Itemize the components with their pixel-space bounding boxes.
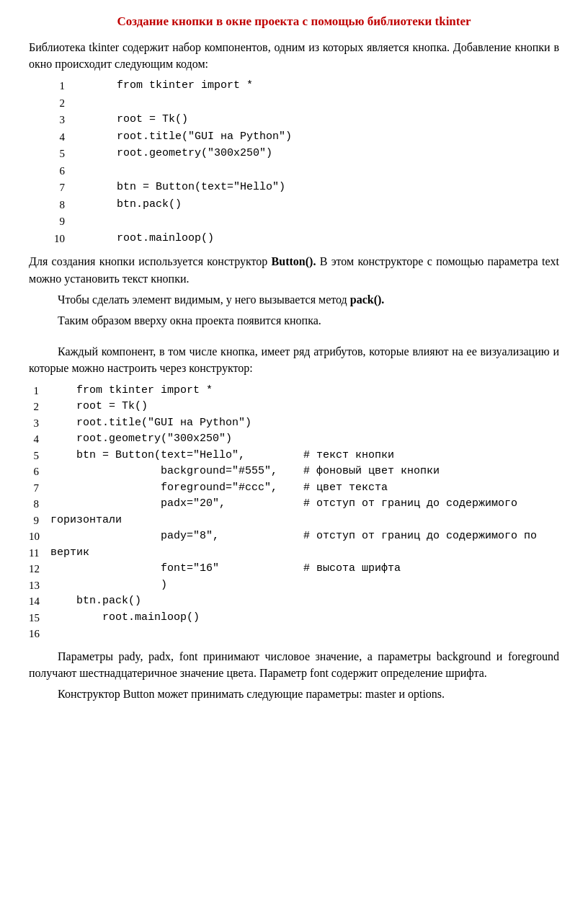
code-line: ) <box>50 577 559 594</box>
code-line <box>65 95 292 112</box>
line-number: 13 <box>29 577 39 594</box>
pack-paragraph: Чтобы сделать элемент видимым, у него вы… <box>29 291 559 308</box>
code-line: btn.pack() <box>50 593 559 610</box>
line-number: 3 <box>29 415 39 432</box>
line-number: 14 <box>29 593 39 610</box>
line-number: 7 <box>29 480 39 497</box>
line-number: 11 <box>29 545 39 562</box>
code-line: btn.pack() <box>65 197 292 214</box>
line-number: 16 <box>29 626 39 642</box>
code-line: pady="8", # отступ от границ до содержим… <box>50 528 559 561</box>
page-title: Создание кнопки в окне проекта с помощью… <box>29 14 559 29</box>
code-line: root.title("GUI на Python") <box>65 129 292 146</box>
line-number: 5 <box>43 146 65 163</box>
line-number: 7 <box>43 179 65 197</box>
constructor-params-paragraph: Конструктор Button может принимать следу… <box>29 686 559 702</box>
line-number: 2 <box>29 399 39 415</box>
line-number: 4 <box>43 129 65 146</box>
line-number: 1 <box>29 383 39 399</box>
line-number: 6 <box>43 163 65 180</box>
line-number: 10 <box>43 231 65 248</box>
line-number: 5 <box>29 448 39 464</box>
code-line: padx="20", # отступ от границ до содержи… <box>50 496 559 528</box>
line-number: 3 <box>43 112 65 129</box>
line-number: 15 <box>29 610 39 626</box>
code-line: btn = Button(text="Hello") <box>65 179 292 197</box>
code-line: background="#555", # фоновый цвет кнопки <box>50 464 559 480</box>
line-number: 9 <box>29 513 39 529</box>
code-line: root.mainloop() <box>50 610 559 626</box>
code-line: from tkinter import * <box>50 383 559 399</box>
code-line: root = Tk() <box>65 112 292 129</box>
code-line <box>65 213 292 231</box>
code-line: root.mainloop() <box>65 231 292 248</box>
params-paragraph: Параметры pady, padx, font принимают чис… <box>29 648 559 681</box>
line-number: 10 <box>29 528 39 545</box>
code-line: from tkinter import * <box>65 78 292 95</box>
line-number: 1 <box>43 78 65 95</box>
code-block-1: 1 from tkinter import *23 root = Tk()4 r… <box>29 78 559 247</box>
attributes-paragraph: Каждый компонент, в том числе кнопка, им… <box>29 343 559 376</box>
code-line: font="16" # высота шрифта <box>50 561 559 577</box>
code-line: root = Tk() <box>50 399 559 415</box>
code-line: foreground="#ccc", # цвет текста <box>50 480 559 497</box>
code-line: btn = Button(text="Hello", # текст кнопк… <box>50 448 559 464</box>
line-number: 9 <box>43 213 65 231</box>
button-constructor-paragraph: Для создания кнопки используется констру… <box>29 253 559 286</box>
code-block-2: 12345678910111213141516 from tkinter imp… <box>29 383 559 642</box>
code-line: root.geometry("300x250") <box>50 431 559 448</box>
code-line: root.geometry("300x250") <box>65 146 292 163</box>
line-number: 8 <box>43 197 65 214</box>
code-line: root.title("GUI на Python") <box>50 415 559 432</box>
intro-paragraph: Библиотека tkinter содержит набор компон… <box>29 39 559 72</box>
result-paragraph: Таким образом вверху окна проекта появит… <box>29 312 559 329</box>
line-number: 8 <box>29 496 39 513</box>
line-number: 4 <box>29 431 39 448</box>
line-number: 2 <box>43 95 65 112</box>
line-number: 12 <box>29 561 39 577</box>
code-line <box>65 163 292 180</box>
line-number: 6 <box>29 464 39 480</box>
